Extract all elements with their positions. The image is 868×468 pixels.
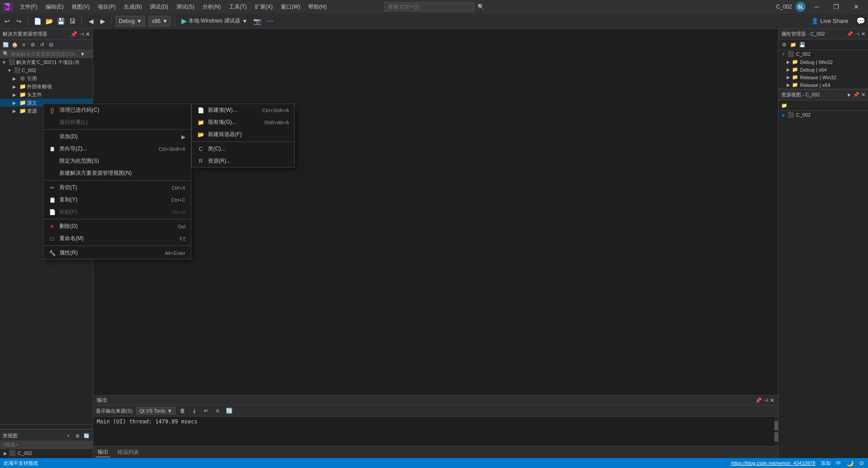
platform-dropdown[interactable]: x86 ▼ (148, 16, 171, 27)
error-list-tab[interactable]: 错误列表 (116, 448, 141, 457)
ctx-delete[interactable]: ✕ 删除(D) Del (43, 220, 191, 232)
solution-node[interactable]: ▼ ⬛ 解决方案'C_002'(1 个项目/共 (0, 58, 93, 66)
run-btn[interactable]: ▶ 本地 Windows 调试器 ▼ (179, 16, 250, 26)
auto-hide-icon[interactable]: ⊣ (79, 31, 84, 37)
submenu-existing-item[interactable]: 📁 现有项(G)... Shift+Alt+A (192, 116, 294, 128)
undo2-btn[interactable]: ◀ (85, 16, 96, 27)
menu-item-7[interactable]: 分析(N) (199, 2, 225, 12)
home-btn[interactable]: 🏠 (11, 41, 19, 49)
menu-item-8[interactable]: 工具(T) (225, 2, 250, 12)
pin-icon[interactable]: 📌 (71, 31, 77, 37)
output-tab[interactable]: 输出 (96, 447, 110, 457)
live-share-btn[interactable]: 👤 Live Share (806, 17, 854, 25)
close-panel-icon[interactable]: ✕ (85, 31, 90, 37)
header-files-node[interactable]: ▶ 📁 头文件 (0, 91, 93, 99)
class-view-btn2[interactable]: ⊞ (74, 432, 81, 439)
menu-item-1[interactable]: 编辑(E) (42, 2, 67, 12)
redo2-btn[interactable]: ▶ (97, 16, 108, 27)
output-autohide-btn[interactable]: ⊣ (764, 397, 768, 404)
search-input[interactable] (384, 2, 474, 11)
res-autohide-icon[interactable]: 📌 (853, 92, 859, 98)
prop-debug-win32[interactable]: ▶ 📁 Debug | Win32 (778, 58, 868, 66)
submenu-resource[interactable]: R 资源(R)... (192, 155, 294, 167)
resource-tree-item[interactable]: ▶ ⬛ C_002 (778, 111, 868, 119)
output-refresh-btn[interactable]: 🔄 (225, 406, 234, 415)
prop-root-node[interactable]: ▼ ⬛ C_002 (778, 50, 868, 58)
project-node[interactable]: ▼ ⬛ C_002 (0, 66, 93, 74)
undo-btn[interactable]: ↩ (2, 16, 13, 27)
sync-btn[interactable]: 🔄 (2, 41, 10, 49)
feedback-btn[interactable]: 💬 (855, 16, 866, 27)
output-clear-btn[interactable]: 🗑 (178, 406, 187, 415)
restore-btn[interactable]: ❐ (828, 0, 845, 14)
status-moon-icon[interactable]: 🌙 (846, 460, 854, 467)
output-source-dropdown[interactable]: Qt VS Tools ▼ (136, 407, 175, 414)
ctx-scope[interactable]: 限定为此范围(S) (43, 155, 191, 167)
ctx-properties[interactable]: 🔧 属性(R) Alt+Enter (43, 247, 191, 259)
ctx-copy[interactable]: 📋 复制(Y) Ctrl+C (43, 194, 191, 206)
save-all-btn[interactable]: 🖫 (67, 16, 78, 27)
prop-pin-icon[interactable]: 📌 (847, 31, 853, 37)
menu-item-6[interactable]: 测试(S) (173, 2, 198, 12)
se-hscroll[interactable] (0, 424, 93, 429)
filter-btn[interactable]: ≡ (20, 41, 28, 49)
menu-item-2[interactable]: 视图(V) (68, 2, 93, 12)
submenu-new-filter[interactable]: 📂 新建筛选器(F) (192, 128, 294, 141)
output-filter-btn[interactable]: ≡ (213, 406, 222, 415)
prop-close-icon[interactable]: ✕ (861, 31, 865, 37)
output-scroll-lock-btn[interactable]: ⤓ (190, 406, 199, 415)
camera-btn[interactable]: 📷 (252, 16, 263, 27)
class-project-node[interactable]: ▶ ⬛ C_002 (0, 449, 93, 457)
extra-btn[interactable]: ⋯ (265, 16, 275, 27)
status-language[interactable]: 中 (836, 460, 841, 467)
menu-item-9[interactable]: 扩展(X) (251, 2, 276, 12)
output-close-btn[interactable]: ✕ (770, 397, 774, 404)
references-node[interactable]: ▶ ⊞ 引用 (0, 74, 93, 82)
ctx-rename[interactable]: □ 重命名(M) F2 (43, 232, 191, 245)
ctx-add[interactable]: 添加(D) ▶ (43, 131, 191, 143)
collapse-all-btn[interactable]: ⊟ (47, 41, 55, 49)
menu-item-10[interactable]: 窗口(W) (277, 2, 304, 12)
external-deps-node[interactable]: ▶ 📁 外部依赖项 (0, 82, 93, 91)
close-btn[interactable]: ✕ (848, 0, 864, 14)
ctx-cut[interactable]: ✂ 剪切(T) Ctrl+X (43, 182, 191, 194)
prop-release-win32[interactable]: ▶ 📁 Release | Win32 (778, 73, 868, 81)
refresh-btn[interactable]: ↺ (38, 41, 46, 49)
res-close-icon[interactable]: ✕ (861, 92, 865, 98)
menu-item-0[interactable]: 文件(F) (16, 2, 41, 12)
redo-btn[interactable]: ↪ (13, 16, 24, 27)
prop-release-x64[interactable]: ▶ 📁 Release | x64 (778, 81, 868, 89)
save-btn[interactable]: 💾 (55, 16, 66, 27)
output-scrollbar[interactable] (774, 417, 778, 446)
output-wrap-btn[interactable]: ↵ (202, 406, 211, 415)
settings-icon[interactable]: ⚙ (29, 41, 37, 49)
status-settings-icon[interactable]: ⚙ (859, 460, 864, 467)
prop-btn2[interactable]: 📁 (789, 41, 797, 49)
new-btn[interactable]: 📄 (32, 16, 43, 27)
minimize-btn[interactable]: ─ (809, 0, 824, 14)
open-btn[interactable]: 📂 (44, 16, 54, 27)
search-expand-icon[interactable]: ▼ (80, 51, 85, 57)
prop-autohide-icon[interactable]: ⊣ (855, 31, 859, 37)
class-view-btn1[interactable]: + (65, 432, 72, 439)
submenu-new-item[interactable]: 📄 新建项(W)... Ctrl+Shift+A (192, 104, 294, 116)
debug-config-dropdown[interactable]: Debug ▼ (116, 16, 145, 27)
submenu-class[interactable]: C 类(C)... (192, 143, 294, 155)
menu-item-4[interactable]: 生成(B) (120, 2, 145, 12)
res-pin-icon[interactable]: ▼ (846, 92, 851, 98)
status-link[interactable]: https://blog.csdn.net/weixin_43410978 (731, 460, 815, 466)
menu-item-5[interactable]: 调试(D) (146, 2, 172, 12)
se-search-input[interactable] (11, 51, 78, 57)
res-btn1[interactable]: 📁 (780, 101, 788, 109)
prop-btn3[interactable]: 💾 (798, 41, 806, 49)
prop-btn1[interactable]: ⚙ (780, 41, 788, 49)
output-pin-btn[interactable]: 📌 (755, 397, 762, 404)
ctx-new-solution-view[interactable]: 新建解决方案资源管理视图(N) (43, 167, 191, 179)
ctx-class-wizard[interactable]: 📋 类向导(Z)... Ctrl+Shift+X (43, 143, 191, 155)
title-right: C_002 SL ─ ❐ ✕ (776, 0, 864, 14)
prop-debug-x64[interactable]: ▶ 📁 Debug | x64 (778, 66, 868, 73)
ctx-format-selection[interactable]: {} 清理已选代码(C) (43, 104, 191, 116)
class-view-btn3[interactable]: 🔄 (83, 432, 90, 439)
menu-item-3[interactable]: 项目(P) (94, 2, 119, 12)
menu-item-11[interactable]: 帮助(H) (305, 2, 330, 12)
